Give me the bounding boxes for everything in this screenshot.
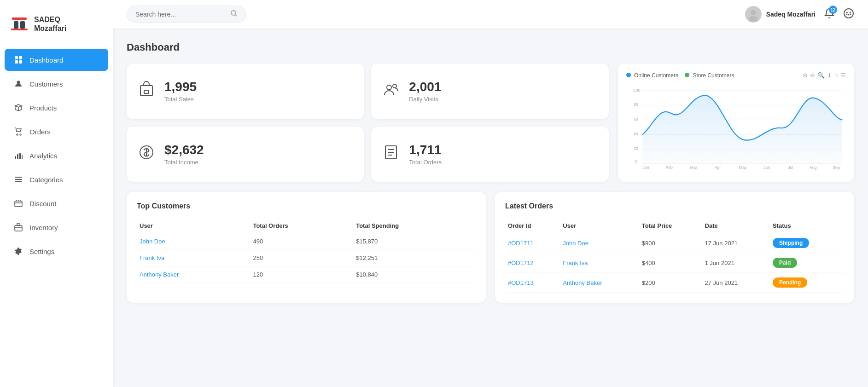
daily-visits-label: Daily Visits <box>409 96 441 103</box>
chart-tool-menu[interactable]: ☰ <box>840 72 846 79</box>
total-orders-text: 1,711 Total Orders <box>409 143 442 166</box>
search-input[interactable] <box>135 11 226 18</box>
sidebar-item-orders[interactable]: Orders <box>5 121 108 143</box>
top-customers-tbody: John Doe 490 $15,870 Frank Iva 250 $12,2… <box>137 233 476 283</box>
chart-tool-minus[interactable]: ⊖ <box>810 72 815 79</box>
search-icon <box>230 10 238 19</box>
customer-orders: 120 <box>250 266 353 283</box>
chart-tool-download[interactable]: ⬇ <box>827 72 832 79</box>
svg-text:Jan: Jan <box>642 165 649 170</box>
total-sales-icon <box>138 81 155 102</box>
chart-tool-zoom[interactable]: 🔍 <box>817 72 825 79</box>
col-order-user: User <box>560 219 639 233</box>
stat-card-total-sales: 1,995 Total Sales <box>127 64 364 119</box>
total-income-label: Total Income <box>164 159 204 166</box>
svg-text:Aug: Aug <box>809 165 816 170</box>
order-id: #OD1711 <box>505 233 560 253</box>
analytics-icon <box>14 151 23 160</box>
sidebar-item-discount[interactable]: Discount <box>5 192 108 214</box>
latest-orders-thead: Order Id User Total Price Date Status <box>505 219 844 233</box>
avatar <box>745 6 762 23</box>
sidebar: SADEQMozaffari Dashboard Customers <box>0 0 113 387</box>
search-bar[interactable] <box>127 6 246 23</box>
order-user: Anthony Baker <box>560 273 639 293</box>
order-price: $400 <box>639 253 702 273</box>
notification-badge: 12 <box>829 6 837 14</box>
svg-text:Jul: Jul <box>788 165 793 170</box>
svg-rect-14 <box>22 155 23 159</box>
svg-text:Mar: Mar <box>690 165 697 170</box>
customer-name: Anthony Baker <box>137 266 250 283</box>
order-status: Shipping <box>770 233 844 253</box>
svg-text:100: 100 <box>634 88 641 92</box>
svg-rect-16 <box>15 179 22 180</box>
customer-spending: $12,251 <box>353 250 476 266</box>
svg-point-27 <box>846 13 848 15</box>
svg-rect-6 <box>15 60 18 64</box>
svg-text:Jun: Jun <box>763 165 770 170</box>
chart-legend-left: Online Customers Store Customers <box>626 72 734 79</box>
col-total-price: Total Price <box>639 219 702 233</box>
order-id: #OD1713 <box>505 273 560 293</box>
customer-name: John Doe <box>137 233 250 250</box>
username-label: Sadeq Mozaffari <box>766 11 816 18</box>
daily-visits-text: 2,001 Daily Visits <box>409 80 441 103</box>
stats-chart-row: 1,995 Total Sales 2 <box>127 64 854 182</box>
total-income-value: $2,632 <box>164 143 204 157</box>
chart-card: Online Customers Store Customers ⊕ ⊖ 🔍 ⬇… <box>618 64 854 182</box>
svg-text:0: 0 <box>635 159 637 164</box>
order-date: 1 Jun 2021 <box>702 253 770 273</box>
svg-rect-30 <box>144 90 149 93</box>
svg-rect-3 <box>11 29 28 30</box>
sidebar-item-dashboard[interactable]: Dashboard <box>5 49 108 71</box>
order-status: Pending <box>770 273 844 293</box>
col-status: Status <box>770 219 844 233</box>
customer-orders: 250 <box>250 250 353 266</box>
chart-tools[interactable]: ⊕ ⊖ 🔍 ⬇ ⌂ ☰ <box>803 72 846 79</box>
sidebar-item-products[interactable]: Products <box>5 97 108 119</box>
svg-point-32 <box>393 84 396 88</box>
page-title: Dashboard <box>127 41 854 53</box>
svg-text:May: May <box>739 165 747 170</box>
orders-icon <box>14 127 23 136</box>
svg-point-8 <box>17 81 20 84</box>
total-sales-text: 1,995 Total Sales <box>164 80 197 103</box>
order-id: #OD1712 <box>505 253 560 273</box>
categories-label: Categories <box>29 176 63 184</box>
svg-text:80: 80 <box>634 102 638 107</box>
sidebar-item-inventory[interactable]: Inventory <box>5 216 108 238</box>
col-date: Date <box>702 219 770 233</box>
categories-icon <box>14 175 23 184</box>
palette-button[interactable] <box>843 8 854 21</box>
discount-icon <box>14 199 23 208</box>
header: Sadeq Mozaffari 12 <box>113 0 868 29</box>
stat-card-total-income: $2,632 Total Income <box>127 127 364 182</box>
notifications-button[interactable]: 12 <box>824 8 835 21</box>
svg-point-22 <box>749 16 758 22</box>
col-total-spending: Total Spending <box>353 219 476 233</box>
store-customers-legend: Store Customers <box>685 72 734 79</box>
customer-name: Frank Iva <box>137 250 250 266</box>
store-dot <box>685 73 689 77</box>
chart-tool-plus[interactable]: ⊕ <box>803 72 808 79</box>
svg-point-23 <box>844 9 853 18</box>
dashboard-label: Dashboard <box>29 56 63 64</box>
sidebar-item-categories[interactable]: Categories <box>5 168 108 191</box>
settings-label: Settings <box>29 248 54 255</box>
bottom-row: Top Customers User Total Orders Total Sp… <box>127 192 854 303</box>
col-total-orders: Total Orders <box>250 219 353 233</box>
table-row: Frank Iva 250 $12,251 <box>137 250 476 266</box>
sidebar-item-analytics[interactable]: Analytics <box>5 144 108 167</box>
inventory-label: Inventory <box>29 224 58 231</box>
online-customers-legend: Online Customers <box>626 72 678 79</box>
svg-point-26 <box>848 14 850 15</box>
chart-tool-home[interactable]: ⌂ <box>834 72 838 79</box>
svg-rect-2 <box>20 21 25 29</box>
top-customers-title: Top Customers <box>137 202 476 210</box>
table-row: #OD1712 Frank Iva $400 1 Jun 2021 Paid <box>505 253 844 273</box>
settings-icon <box>14 247 23 256</box>
col-user: User <box>137 219 250 233</box>
order-user: John Doe <box>560 233 639 253</box>
sidebar-item-settings[interactable]: Settings <box>5 240 108 262</box>
sidebar-item-customers[interactable]: Customers <box>5 73 108 95</box>
